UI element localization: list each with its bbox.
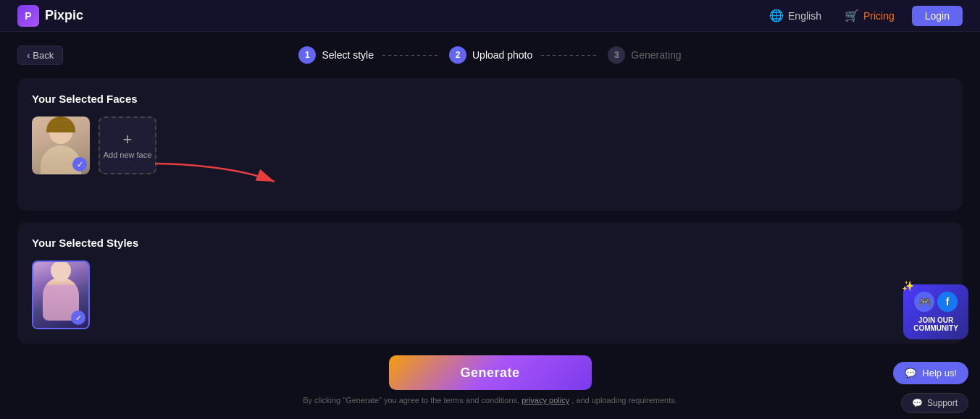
style-check-icon: ✓: [71, 310, 85, 325]
step-3: 3 Generating: [608, 46, 681, 64]
person-hair: [46, 117, 75, 132]
step-2: 2 Upload photo: [449, 46, 532, 64]
steps-bar: ‹ Back 1 Select style 2 Upload photo 3 G…: [17, 46, 963, 64]
step-3-label: Generating: [631, 49, 681, 61]
red-arrow-svg: [93, 160, 296, 196]
chat-icon: 💬: [905, 368, 916, 378]
support-icon: 💬: [912, 398, 923, 408]
back-button[interactable]: ‹ Back: [17, 46, 63, 65]
generate-button[interactable]: Generate: [389, 355, 592, 390]
style-card-1[interactable]: ✓: [32, 261, 90, 329]
community-icons: 🎮 f: [912, 292, 960, 312]
add-face-label: Add new face: [104, 151, 152, 159]
globe-icon: 🌐: [769, 9, 784, 22]
disclaimer-prefix: By clicking "Generate" you agree to the …: [303, 396, 519, 405]
community-label: JOIN OUR COMMUNITY: [912, 316, 960, 332]
support-label: Support: [927, 398, 958, 408]
logo-icon: P: [17, 5, 39, 27]
face-card-1[interactable]: ✓: [32, 117, 90, 174]
styles-title: Your Selected Styles: [32, 237, 948, 249]
styles-row: ✓: [32, 261, 948, 329]
arrow-container: [93, 160, 948, 196]
step-1-label: Select style: [322, 49, 374, 61]
faces-section: Your Selected Faces ✓ + Add new face: [17, 78, 963, 211]
face-check-icon: ✓: [72, 157, 87, 172]
community-widget[interactable]: ✨ 🎮 f JOIN OUR COMMUNITY: [903, 284, 968, 339]
disclaimer-text: By clicking "Generate" you agree to the …: [303, 396, 677, 405]
language-label: English: [788, 10, 821, 22]
main-content: ‹ Back 1 Select style 2 Upload photo 3 G…: [0, 32, 980, 419]
step-1: 1 Select style: [298, 46, 374, 64]
logo-area: P Pixpic: [17, 5, 83, 27]
styles-section: Your Selected Styles ✓: [17, 222, 963, 344]
generate-area: Generate By clicking "Generate" you agre…: [17, 355, 963, 405]
disclaimer-suffix: , and uploading requirements.: [571, 396, 677, 405]
header-right: 🌐 English 🛒 Pricing Login: [763, 6, 963, 26]
help-widget[interactable]: 💬 Help us!: [893, 362, 968, 384]
discord-icon: 🎮: [914, 292, 934, 312]
back-label: Back: [33, 50, 54, 61]
step-3-num: 3: [608, 46, 625, 64]
support-widget[interactable]: 💬 Support: [901, 393, 968, 413]
step-divider-2: [541, 55, 599, 56]
login-button[interactable]: Login: [912, 6, 963, 26]
pricing-button[interactable]: 🛒 Pricing: [839, 6, 900, 25]
step-divider-1: [382, 55, 440, 56]
step-2-label: Upload photo: [472, 49, 532, 61]
steps-list: 1 Select style 2 Upload photo 3 Generati…: [298, 46, 681, 64]
facebook-icon: f: [937, 292, 958, 312]
tag-icon: 🛒: [845, 9, 859, 22]
faces-title: Your Selected Faces: [32, 93, 948, 105]
pricing-label: Pricing: [863, 10, 895, 22]
chevron-left-icon: ‹: [27, 50, 30, 61]
step-1-num: 1: [298, 46, 316, 64]
language-button[interactable]: 🌐 English: [763, 6, 827, 25]
logo-text: Pixpic: [45, 8, 83, 23]
plus-icon: +: [123, 132, 133, 148]
sparkle-icon: ✨: [902, 280, 914, 292]
privacy-policy-link[interactable]: privacy policy: [522, 396, 569, 405]
step-2-num: 2: [449, 46, 466, 64]
header: P Pixpic 🌐 English 🛒 Pricing Login: [0, 0, 980, 32]
help-label: Help us!: [922, 368, 957, 378]
